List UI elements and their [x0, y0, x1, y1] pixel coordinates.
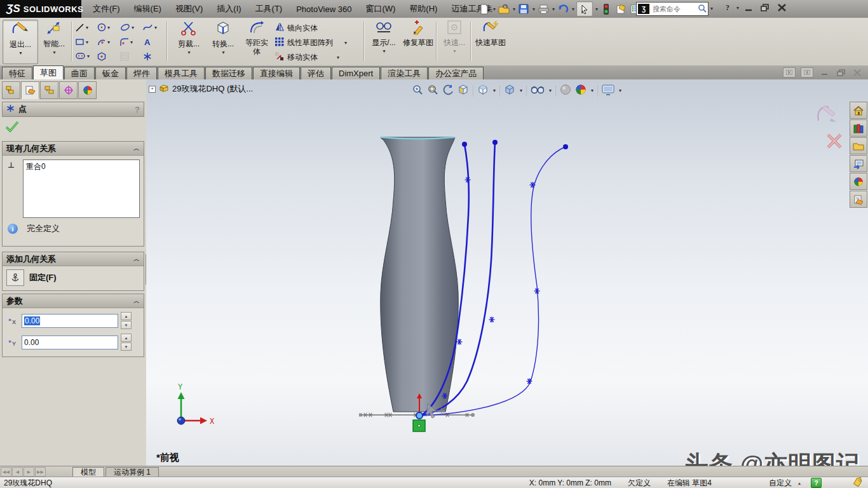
- collapse-right-pane-icon[interactable]: [801, 67, 813, 78]
- collapse-chevron-icon[interactable]: ︿: [133, 297, 140, 306]
- repair-sketch-button[interactable]: 修复草图: [402, 20, 435, 63]
- menu-window[interactable]: 窗口(W): [359, 1, 402, 17]
- add-relations-header[interactable]: 添加几何关系 ︿: [3, 252, 144, 266]
- fixed-relation-row[interactable]: 固定(F): [3, 266, 144, 289]
- arc-tool[interactable]: ▾: [97, 37, 110, 47]
- existing-relations-header[interactable]: 现有几何关系 ︿: [3, 142, 144, 156]
- edit-appearance-dropdown[interactable]: ▾: [591, 88, 593, 93]
- edit-appearance-icon[interactable]: [575, 84, 587, 97]
- convert-dropdown[interactable]: ▾: [222, 48, 224, 57]
- rectangle-tool[interactable]: ▾: [75, 37, 88, 47]
- rapid-sketch-button[interactable]: 快速草图: [474, 20, 507, 63]
- save-dropdown[interactable]: ▾: [532, 6, 535, 12]
- move-dropdown[interactable]: ▾: [337, 55, 339, 60]
- x-spinner[interactable]: ▲▼: [121, 312, 132, 330]
- tag-icon[interactable]: [852, 477, 863, 488]
- hide-show-dropdown[interactable]: ▾: [549, 88, 552, 93]
- help-icon[interactable]: ?: [722, 3, 733, 13]
- restore-icon[interactable]: [758, 3, 772, 13]
- spline-endpoint[interactable]: [462, 142, 467, 147]
- open-icon[interactable]: [498, 2, 510, 16]
- menu-photoview[interactable]: PhotoView 360: [290, 2, 358, 17]
- relation-item[interactable]: 重合0: [26, 161, 137, 172]
- menu-file[interactable]: 文件(F): [86, 1, 126, 17]
- spline-endpoint[interactable]: [563, 144, 568, 149]
- graphics-viewport[interactable]: Y X + 29玫瑰花DHQ (默认... ▾ ▾ ▾ ▾ ▾: [146, 79, 868, 466]
- vase-model[interactable]: [380, 137, 458, 412]
- trim-dropdown[interactable]: ▾: [187, 48, 190, 57]
- dimxpertmanager-tab[interactable]: [59, 81, 78, 99]
- search-icon[interactable]: [698, 4, 707, 15]
- status-units[interactable]: 自定义: [769, 478, 792, 488]
- smart-dimension-dropdown[interactable]: ▾: [53, 48, 55, 57]
- convert-entities-button[interactable]: 转换... ▾: [207, 20, 239, 63]
- new-dropdown[interactable]: ▾: [493, 6, 496, 12]
- motion-study-tab[interactable]: 运动算例 1: [105, 467, 159, 477]
- properties-icon[interactable]: [614, 2, 627, 16]
- new-document-icon[interactable]: [478, 2, 491, 16]
- tree-expand-icon[interactable]: +: [149, 86, 156, 93]
- select-cursor-icon[interactable]: [576, 1, 593, 17]
- panel-help-icon[interactable]: ?: [135, 105, 140, 114]
- model-tab[interactable]: 模型: [72, 467, 104, 477]
- menu-insert[interactable]: 插入(I): [210, 1, 247, 17]
- flyout-featuremanager[interactable]: + 29玫瑰花DHQ (默认...: [149, 83, 253, 95]
- linear-pattern-button[interactable]: 线性草图阵列 ▾: [275, 37, 347, 48]
- linear-pattern-dropdown[interactable]: ▾: [344, 40, 347, 46]
- tab-office-products[interactable]: 办公室产品: [428, 67, 484, 79]
- search-input[interactable]: [651, 4, 698, 13]
- collapse-chevron-icon[interactable]: ︿: [133, 255, 140, 264]
- doc-restore-icon[interactable]: [835, 68, 846, 77]
- exit-sketch-dropdown[interactable]: ▾: [19, 49, 22, 58]
- next-tab-icon[interactable]: ▶: [24, 467, 34, 477]
- section-view-icon[interactable]: [458, 84, 469, 97]
- hide-show-items-icon[interactable]: [531, 85, 545, 97]
- cancel-sketch-icon[interactable]: [826, 133, 843, 151]
- viewport-canvas[interactable]: Y X: [146, 79, 868, 466]
- display-relations-dropdown[interactable]: ▾: [383, 47, 385, 56]
- smart-dimension-button[interactable]: 智能... ▾: [39, 20, 69, 63]
- view-orientation-icon[interactable]: [477, 84, 489, 97]
- collapse-chevron-icon[interactable]: ︿: [133, 144, 140, 153]
- menu-help[interactable]: 帮助(H): [403, 1, 444, 17]
- last-tab-icon[interactable]: ▶▶: [35, 467, 46, 477]
- tab-direct-editing[interactable]: 直接编辑: [253, 67, 300, 79]
- doc-close-icon[interactable]: [851, 68, 863, 77]
- rapid-snap-dropdown[interactable]: ▾: [453, 47, 456, 56]
- mirror-entities-button[interactable]: 镜向实体: [275, 22, 318, 34]
- displaymanager-tab[interactable]: [78, 81, 97, 99]
- fixed-anchor-icon[interactable]: [6, 269, 24, 286]
- apply-scene-icon[interactable]: [560, 84, 571, 97]
- move-entities-button[interactable]: 移动实体 ▾: [275, 51, 339, 63]
- save-icon[interactable]: [517, 2, 530, 16]
- zoom-area-icon[interactable]: [427, 84, 438, 97]
- ellipse-tool[interactable]: ▾: [119, 22, 134, 32]
- tab-render-tools[interactable]: 渲染工具: [381, 67, 428, 79]
- search-dropdown[interactable]: ▾: [710, 6, 713, 11]
- spline-endpoint[interactable]: [492, 140, 498, 145]
- view-settings-icon[interactable]: [602, 85, 614, 97]
- tab-weldments[interactable]: 焊件: [126, 67, 157, 79]
- tab-sheet-metal[interactable]: 钣金: [95, 67, 126, 79]
- open-dropdown[interactable]: ▾: [513, 6, 515, 12]
- propertymanager-tab[interactable]: [21, 81, 39, 99]
- menu-tools[interactable]: 工具(T): [249, 1, 289, 17]
- print-dropdown[interactable]: ▾: [552, 6, 555, 12]
- display-relations-button[interactable]: 显示/... ▾: [369, 20, 399, 63]
- menu-view[interactable]: 视图(V): [169, 1, 209, 17]
- view-orientation-dropdown[interactable]: ▾: [493, 88, 496, 93]
- fillet-tool[interactable]: ▾: [119, 37, 133, 47]
- y-value-input[interactable]: 0.00: [22, 336, 118, 349]
- close-icon[interactable]: [775, 3, 789, 13]
- tab-mold-tools[interactable]: 模具工具: [158, 67, 205, 79]
- print-icon[interactable]: [537, 2, 550, 16]
- units-dropdown-icon[interactable]: ▴: [798, 480, 801, 486]
- resources-home-icon[interactable]: [850, 102, 867, 119]
- view-settings-dropdown[interactable]: ▾: [619, 88, 621, 93]
- zoom-fit-icon[interactable]: [412, 84, 423, 97]
- minimize-icon[interactable]: [742, 3, 756, 13]
- x-value-input[interactable]: 0.00: [22, 314, 118, 328]
- configurationmanager-tab[interactable]: [40, 81, 58, 99]
- display-style-dropdown[interactable]: ▾: [520, 88, 522, 93]
- polygon-tool[interactable]: [97, 51, 107, 62]
